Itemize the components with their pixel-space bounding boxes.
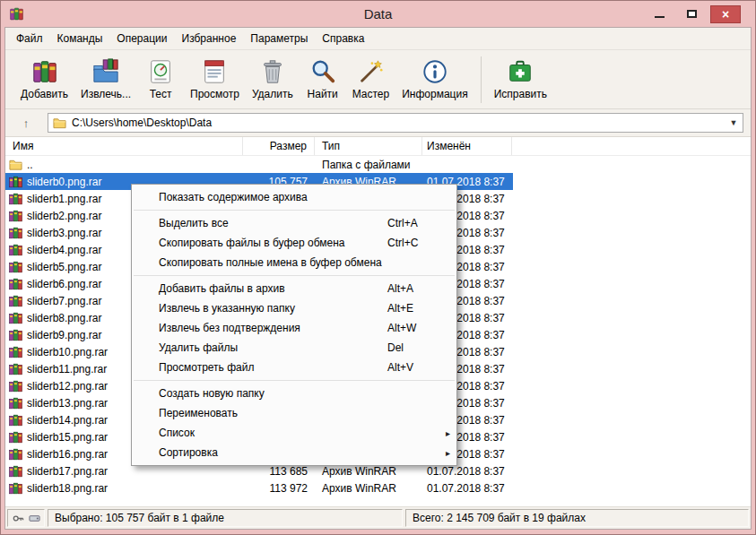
- wizard-wand-icon: [357, 58, 384, 85]
- file-name: sliderb4.png.rar: [27, 244, 101, 256]
- column-header-size[interactable]: Размер: [243, 137, 315, 155]
- menu-item-rename[interactable]: Переименовать: [132, 403, 456, 423]
- column-header-type[interactable]: Тип: [315, 137, 422, 155]
- file-name: sliderb18.png.rar: [27, 482, 108, 495]
- menu-help[interactable]: Справка: [315, 28, 371, 49]
- info-icon: [421, 58, 448, 85]
- context-menu: Показать содержимое архива Выделить все …: [131, 184, 457, 466]
- rar-file-icon: [9, 482, 22, 495]
- maximize-button[interactable]: [678, 5, 705, 23]
- find-button[interactable]: Найти: [300, 55, 346, 104]
- menu-item-list[interactable]: Список ▸: [132, 423, 456, 443]
- address-row: ↑ C:\Users\home\Desktop\Data ▼: [5, 109, 751, 137]
- file-name: sliderb2.png.rar: [27, 210, 101, 222]
- rar-file-icon: [9, 431, 22, 444]
- menu-item-copy-full-names[interactable]: Скопировать полные имена в буфер обмена: [132, 253, 456, 272]
- menu-item-create-folder[interactable]: Создать новую папку: [132, 384, 456, 403]
- file-name: sliderb6.png.rar: [27, 278, 101, 290]
- column-header-rest: [512, 137, 751, 155]
- file-size: 113 685: [243, 465, 315, 478]
- rar-file-icon: [9, 380, 22, 393]
- file-modified: 01.07.2018 8:37: [422, 482, 512, 495]
- rar-file-icon: [9, 278, 22, 290]
- folder-icon: [53, 117, 66, 129]
- submenu-arrow-icon: ▸: [441, 428, 450, 438]
- rar-file-icon: [9, 193, 22, 205]
- extract-icon: [92, 58, 119, 85]
- repair-icon: [507, 58, 534, 85]
- rar-file-icon: [9, 448, 22, 461]
- menu-separator: [134, 210, 455, 211]
- menu-item-select-all[interactable]: Выделить все Ctrl+A: [132, 213, 456, 233]
- view-button[interactable]: Просмотр: [184, 55, 246, 104]
- column-header-name[interactable]: Имя: [5, 137, 243, 155]
- titlebar: Data ×: [4, 1, 752, 27]
- close-button[interactable]: ×: [710, 5, 741, 23]
- rar-file-icon: [9, 329, 22, 341]
- column-header-modified[interactable]: Изменён: [422, 137, 512, 155]
- file-name: sliderb10.png.rar: [27, 346, 108, 358]
- file-name: sliderb16.png.rar: [27, 448, 108, 461]
- file-size: 113 972: [243, 482, 315, 495]
- menu-item-copy-files[interactable]: Скопировать файлы в буфер обмена Ctrl+C: [132, 233, 456, 253]
- menu-options[interactable]: Параметры: [243, 28, 315, 49]
- file-name: ..: [27, 159, 33, 171]
- menu-item-add-to-archive[interactable]: Добавить файлы в архив Alt+A: [132, 279, 456, 298]
- menu-item-delete-files[interactable]: Удалить файлы Del: [132, 338, 456, 358]
- dropdown-arrow-icon[interactable]: ▼: [726, 118, 741, 127]
- submenu-arrow-icon: ▸: [441, 448, 450, 458]
- menu-item-extract-to-folder[interactable]: Извлечь в указанную папку Alt+E: [132, 298, 456, 318]
- minimize-button[interactable]: [646, 5, 673, 23]
- menu-bar: Файл Команды Операции Избранное Параметр…: [5, 28, 751, 50]
- file-name: sliderb14.png.rar: [27, 414, 108, 427]
- rar-file-icon: [9, 244, 22, 256]
- file-type: Архив WinRAR: [315, 465, 422, 478]
- disk-icon: [29, 513, 40, 524]
- list-header: Имя Размер Тип Изменён: [5, 137, 751, 156]
- file-name: sliderb1.png.rar: [27, 193, 101, 205]
- file-name: sliderb11.png.rar: [27, 363, 107, 375]
- file-type: Папка с файлами: [315, 159, 422, 171]
- extract-button[interactable]: Извлечь...: [74, 55, 137, 104]
- rar-file-icon: [9, 465, 22, 478]
- menu-operations[interactable]: Операции: [109, 28, 174, 49]
- rar-file-icon: [9, 176, 22, 188]
- status-selected-panel: Выбрано: 105 757 байт в 1 файле: [48, 509, 403, 527]
- key-icon: [13, 513, 24, 524]
- add-button[interactable]: Добавить: [14, 55, 74, 104]
- file-name: sliderb13.png.rar: [27, 397, 108, 410]
- file-name: sliderb5.png.rar: [27, 261, 101, 273]
- up-directory-button[interactable]: ↑: [13, 113, 39, 133]
- winrar-app-icon[interactable]: [8, 6, 25, 22]
- file-name: sliderb12.png.rar: [27, 380, 108, 393]
- file-name: sliderb7.png.rar: [27, 295, 101, 307]
- repair-button[interactable]: Исправить: [488, 55, 553, 104]
- test-button[interactable]: Тест: [137, 55, 184, 104]
- rar-file-icon: [9, 397, 22, 410]
- window-controls: ×: [646, 5, 748, 23]
- menu-item-sort[interactable]: Сортировка ▸: [132, 443, 456, 462]
- search-icon: [309, 58, 336, 85]
- menu-favorites[interactable]: Избранное: [175, 28, 244, 49]
- file-type: Архив WinRAR: [315, 482, 422, 495]
- status-icons-panel: [7, 509, 45, 527]
- menu-commands[interactable]: Команды: [50, 28, 110, 49]
- menu-item-view-file[interactable]: Просмотреть файл Alt+V: [132, 358, 456, 377]
- menu-item-extract-no-confirm[interactable]: Извлечь без подтверждения Alt+W: [132, 318, 456, 338]
- rar-file-icon: [9, 261, 22, 273]
- menu-item-show-archive-contents[interactable]: Показать содержимое архива: [132, 187, 456, 207]
- info-button[interactable]: Информация: [395, 55, 474, 104]
- maximize-icon: [687, 10, 697, 18]
- up-arrow-icon: ↑: [23, 116, 30, 130]
- menu-file[interactable]: Файл: [9, 28, 50, 49]
- status-total-text: Всего: 2 145 709 байт в 19 файлах: [413, 512, 586, 524]
- file-name: sliderb17.png.rar: [27, 465, 108, 478]
- file-row-up[interactable]: .. Папка с файлами: [5, 156, 513, 173]
- wizard-button[interactable]: Мастер: [346, 55, 396, 104]
- delete-button[interactable]: Удалить: [246, 55, 300, 104]
- file-modified: 01.07.2018 8:37: [422, 465, 512, 478]
- address-combobox[interactable]: C:\Users\home\Desktop\Data ▼: [48, 113, 743, 133]
- file-name: sliderb3.png.rar: [27, 227, 101, 239]
- rar-file-icon: [9, 346, 22, 358]
- file-row[interactable]: sliderb18.png.rar 113 972 Архив WinRAR 0…: [5, 479, 513, 496]
